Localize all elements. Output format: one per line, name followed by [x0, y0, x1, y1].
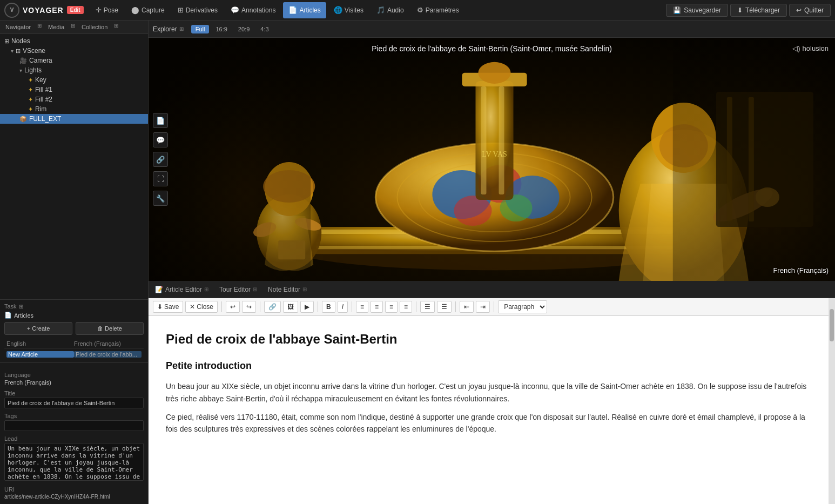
download-button[interactable]: ⬇ Télécharger: [730, 4, 787, 17]
viewer-title: Pied de croix de l'abbaye de Saint-Berti…: [372, 44, 612, 53]
tab-note-editor[interactable]: Note Editor ⊞: [266, 285, 309, 294]
editor-scrollbar[interactable]: [829, 298, 835, 504]
nav-articles[interactable]: 📄 Articles: [283, 2, 326, 18]
annotations-icon: 💬: [231, 6, 239, 14]
toolbar-separator-3: [318, 301, 318, 312]
toolbar-bold-button[interactable]: B: [322, 301, 335, 313]
svg-rect-31: [149, 38, 311, 281]
download-icon: ⬇: [737, 6, 743, 14]
tree-full-ext[interactable]: 📦 FULL_EXT: [0, 114, 148, 124]
tree-vscene[interactable]: ▾ ⊞ VScene: [0, 46, 148, 56]
app-logo: V VOYAGER Edit: [4, 3, 84, 18]
nav-derivatives[interactable]: ⊞ Derivatives: [172, 2, 223, 18]
vscene-icon: ⊞: [16, 48, 21, 55]
article-title: Pied de croix de l'abbaye Saint-Bertin: [166, 329, 811, 350]
derivatives-icon: ⊞: [178, 6, 184, 14]
article-row[interactable]: New Article Pied de croix de l'abb...: [4, 350, 144, 359]
edit-badge: Edit: [67, 6, 84, 14]
lights-arrow: ▾: [19, 68, 22, 73]
media-grid-icon: ⊞: [71, 23, 75, 31]
toolbar-separator-4: [352, 301, 352, 312]
toolbar-separator-6: [455, 301, 456, 312]
editor-main: ⬇ Save ✕ Close ↩ ↪ 🔗 🖼 ▶ B: [149, 298, 829, 504]
toolbar-indent-less[interactable]: ⇤: [460, 301, 474, 313]
toolbar-link-button[interactable]: 🔗: [264, 301, 281, 313]
article-english: New Article: [6, 351, 74, 358]
articles-icon: 📄: [288, 6, 297, 14]
lead-textarea[interactable]: Un beau jour au XIXe siècle, un objet in…: [4, 443, 144, 481]
articles-section-label: 📄 Articles: [4, 312, 144, 319]
article-buttons: + Create 🗑 Delete: [4, 322, 144, 335]
toolbar-image-button[interactable]: 🖼: [283, 301, 298, 313]
editor-scrollbar-thumb[interactable]: [830, 309, 834, 341]
format-select[interactable]: Paragraph Heading 1 Heading 2 Heading 3: [498, 300, 547, 313]
sidebar-tabs: Navigator ⊞ Media ⊞ Collection ⊞: [0, 21, 148, 34]
3d-viewer[interactable]: LV VAS Pied de croix de l'abbaye de Sain…: [149, 38, 835, 281]
viewer-doc-icon[interactable]: 📄: [153, 113, 168, 128]
toolbar-align-center[interactable]: ≡: [371, 301, 383, 313]
editor-content[interactable]: Pied de croix de l'abbaye Saint-Bertin P…: [149, 316, 829, 504]
tree-light-key[interactable]: ✦ Key: [0, 75, 148, 85]
sidebar-tab-collection[interactable]: Collection: [79, 23, 110, 31]
tree-camera[interactable]: 🎥 Camera: [0, 56, 148, 65]
toolbar-align-justify[interactable]: ≡: [400, 301, 412, 313]
nodes-icon: ⊞: [4, 38, 9, 45]
quit-button[interactable]: ↩ Quitter: [789, 4, 831, 17]
ratio-buttons: Full 16:9 20:9 4:3: [191, 25, 273, 33]
tree-lights[interactable]: ▾ Lights: [0, 65, 148, 75]
create-article-button[interactable]: + Create: [4, 322, 72, 335]
article-french: Pied de croix de l'abb...: [74, 351, 142, 358]
toolbar-italic-button[interactable]: I: [338, 301, 348, 313]
tree-light-rim[interactable]: ✦ Rim: [0, 104, 148, 114]
right-actions: 💾 Sauvegarder ⬇ Télécharger ↩ Quitter: [666, 4, 831, 17]
viewer-comment-icon[interactable]: 💬: [153, 132, 168, 147]
main-layout: Navigator ⊞ Media ⊞ Collection ⊞ ⊞ Nodes…: [0, 21, 835, 504]
toolbar-align-right[interactable]: ≡: [385, 301, 398, 313]
ratio-4-3[interactable]: 4:3: [256, 25, 273, 33]
ratio-16-9[interactable]: 16:9: [211, 25, 231, 33]
nav-visites[interactable]: 🌐 Visites: [328, 2, 369, 18]
editor-toolbar: ⬇ Save ✕ Close ↩ ↪ 🔗 🖼 ▶ B: [149, 298, 829, 316]
artifact-background: LV VAS: [149, 38, 835, 281]
articles-section-icon: 📄: [4, 312, 12, 319]
delete-article-button[interactable]: 🗑 Delete: [76, 322, 144, 335]
toolbar-undo-button[interactable]: ↩: [226, 301, 240, 313]
viewer-tools-icon[interactable]: 🔧: [153, 191, 168, 206]
viewer-sidebar-icons: 📄 💬 🔗 ⛶ 🔧: [153, 113, 168, 206]
nav-pose[interactable]: ✛ Pose: [90, 2, 124, 18]
tree-light-fill1[interactable]: ✦ Fill #1: [0, 85, 148, 95]
svg-rect-27: [499, 86, 504, 194]
nav-annotations[interactable]: 💬 Annotations: [225, 2, 281, 18]
viewer-fullscreen-icon[interactable]: ⛶: [153, 171, 168, 186]
tree-light-fill2[interactable]: ✦ Fill #2: [0, 95, 148, 104]
ratio-full[interactable]: Full: [191, 25, 210, 33]
toolbar-separator-5: [416, 301, 416, 312]
toolbar-redo-button[interactable]: ↪: [242, 301, 256, 313]
uri-label: URI: [4, 486, 144, 493]
toolbar-align-left[interactable]: ≡: [356, 301, 368, 313]
viewer-share-icon[interactable]: 🔗: [153, 152, 168, 167]
toolbar-ordered-list[interactable]: ☰: [437, 301, 452, 313]
title-input[interactable]: [4, 398, 144, 408]
artifact-svg: LV VAS: [149, 38, 835, 281]
save-button[interactable]: 💾 Sauvegarder: [666, 4, 728, 17]
tour-editor-grid: ⊞: [253, 286, 257, 292]
nav-audio[interactable]: 🎵 Audio: [371, 2, 409, 18]
toolbar-indent-more[interactable]: ⇥: [476, 301, 490, 313]
language-label: Language: [4, 372, 144, 378]
toolbar-video-button[interactable]: ▶: [300, 301, 314, 313]
nav-parametres[interactable]: ⚙ Paramètres: [412, 2, 464, 18]
svg-rect-26: [481, 86, 486, 194]
ratio-20-9[interactable]: 20:9: [234, 25, 254, 33]
sidebar-tab-media[interactable]: Media: [46, 23, 66, 31]
toolbar-save-button[interactable]: ⬇ Save: [153, 301, 183, 313]
tags-input[interactable]: [4, 420, 144, 431]
toolbar-bullet-list[interactable]: ☰: [420, 301, 435, 313]
sidebar-tab-navigator[interactable]: Navigator: [3, 23, 33, 31]
toolbar-close-button[interactable]: ✕ Close: [185, 301, 218, 313]
tab-article-editor[interactable]: 📝 Article Editor ⊞: [153, 285, 211, 294]
article-editor-icon: 📝: [155, 286, 163, 293]
tab-tour-editor[interactable]: Tour Editor ⊞: [217, 285, 259, 294]
nav-capture[interactable]: ⬤ Capture: [126, 2, 170, 18]
article-paragraph-1: Un beau jour au XIXe siècle, un objet in…: [166, 380, 811, 405]
